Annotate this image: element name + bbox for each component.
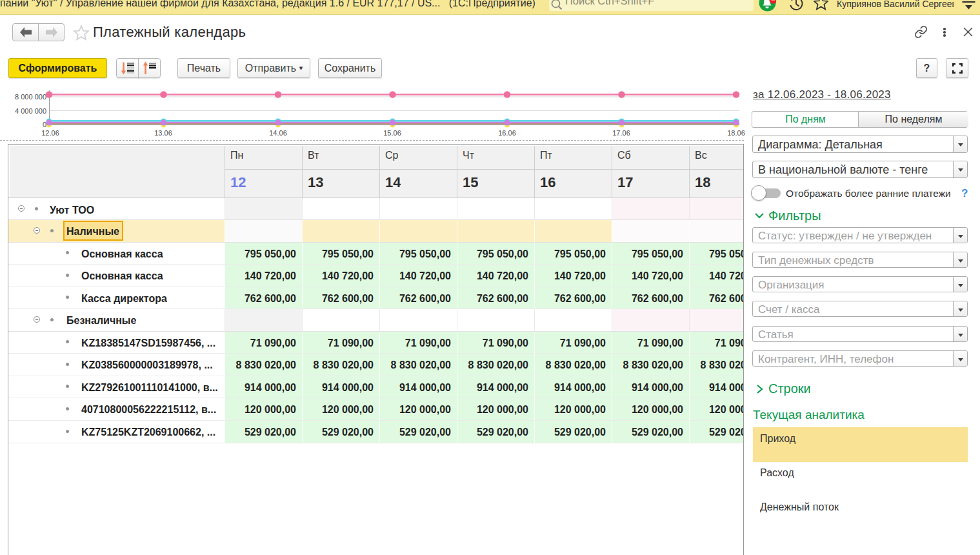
svg-text:18.06: 18.06	[727, 129, 745, 137]
svg-text:4 000 000: 4 000 000	[15, 107, 46, 115]
svg-text:14.06: 14.06	[269, 129, 287, 137]
svg-text:12.06: 12.06	[41, 129, 59, 137]
svg-text:13.06: 13.06	[154, 129, 172, 137]
svg-text:0: 0	[43, 121, 46, 128]
svg-text:15.06: 15.06	[383, 129, 401, 137]
svg-text:17.06: 17.06	[612, 129, 630, 137]
svg-text:16.06: 16.06	[498, 129, 516, 137]
svg-text:8 000 000: 8 000 000	[15, 93, 46, 101]
